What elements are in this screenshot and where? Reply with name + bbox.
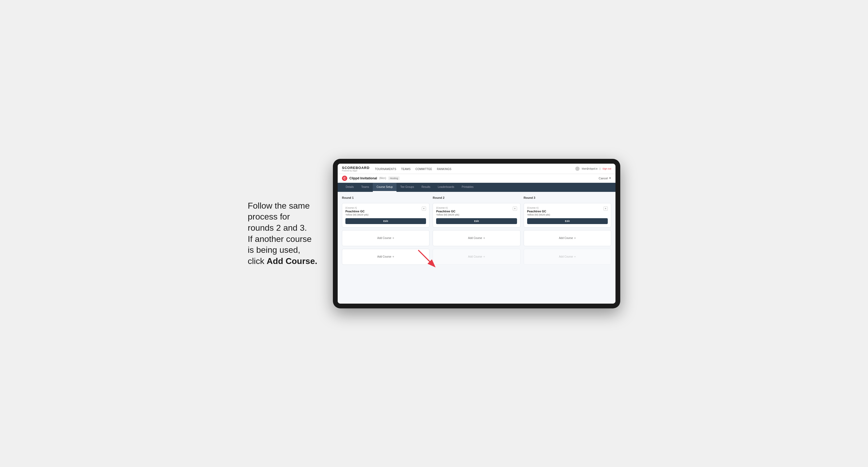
round-2-title: Round 2 [433,196,520,199]
course-details-r1: Yellow (M) (6629 yds) [345,213,369,216]
add-icon-r2-1: + [483,236,485,240]
add-course-r3-slot1-text: Add Course + [559,236,576,240]
add-course-r1-slot1-text: Add Course + [377,236,394,240]
round-1-course-card-1: (Course A) Peachtree GC Yellow (M) (6629… [342,203,430,227]
edit-course-r1-button[interactable]: Edit [345,218,426,224]
instruction-bold: Add Course. [267,256,317,266]
course-card-info-r2: (Course A) Peachtree GC Yellow (M) (6629… [436,207,459,218]
add-course-r2-slot2-text: Add Course + [468,255,485,259]
tab-leaderboards[interactable]: Leaderboards [434,183,458,192]
edit-course-r3-button[interactable]: Edit [527,218,608,224]
add-course-r2-slot1[interactable]: Add Course + [433,230,520,246]
course-label-r2: (Course A) [436,207,459,209]
tournament-gender: (Men) [379,177,386,180]
add-course-r3-slot2-text: Add Course + [559,255,576,259]
nav-item-tournaments[interactable]: TOURNAMENTS [375,166,396,171]
instruction-panel: Follow the sameprocess forrounds 2 and 3… [248,200,322,267]
course-details-r2: Yellow (M) (6629 yds) [436,213,459,216]
cancel-button[interactable]: Cancel ✕ [599,177,611,180]
delete-course-r3-button[interactable]: ✕ [603,207,608,211]
clippd-logo: C [342,176,347,181]
nav-user: blair@clippd.io | Sign out [575,166,611,171]
add-course-r2-slot2[interactable]: Add Course + [433,249,520,265]
brand-name: SCOREBOARD [342,166,370,170]
tab-details[interactable]: Details [342,183,358,192]
tab-results[interactable]: Results [418,183,434,192]
add-icon-r3-1: + [574,236,576,240]
tab-teams[interactable]: Teams [358,183,373,192]
nav-link-rankings[interactable]: RANKINGS [437,168,452,170]
round-3-column: Round 3 (Course A) Peachtree GC Yellow (… [524,196,611,265]
nav-item-committee[interactable]: COMMITTEE [415,166,432,171]
main-nav: TOURNAMENTS TEAMS COMMITTEE RANKINGS [375,166,452,171]
tablet-device: SCOREBOARD Powered by clippd TOURNAMENTS… [333,159,620,308]
tournament-name: Clippd Invitational [349,177,377,180]
add-icon-r1-1: + [393,236,394,240]
edit-course-r2-button[interactable]: Edit [436,218,517,224]
sign-out-link[interactable]: Sign out [602,167,611,170]
tab-course-setup[interactable]: Course Setup [373,183,397,192]
tab-tee-groups[interactable]: Tee Groups [397,183,418,192]
course-card-header-r2: (Course A) Peachtree GC Yellow (M) (6629… [436,207,517,218]
course-name-r3: Peachtree GC [527,210,550,213]
nav-link-tournaments[interactable]: TOURNAMENTS [375,168,396,170]
main-content: Round 1 (Course A) Peachtree GC Yellow (… [338,192,616,304]
nav-link-committee[interactable]: COMMITTEE [415,168,432,170]
tablet-screen: SCOREBOARD Powered by clippd TOURNAMENTS… [338,164,616,304]
add-course-r3-slot1[interactable]: Add Course + [524,230,611,246]
nav-item-teams[interactable]: TEAMS [401,166,411,171]
course-card-header: (Course A) Peachtree GC Yellow (M) (6629… [345,207,426,218]
brand-tagline: Powered by clippd [342,170,370,172]
tab-bar: Details Teams Course Setup Tee Groups Re… [338,183,616,192]
course-card-info: (Course A) Peachtree GC Yellow (M) (6629… [345,207,369,218]
course-label-r3: (Course A) [527,207,550,209]
add-icon-r2-2: + [483,255,485,259]
delete-course-r2-button[interactable]: ✕ [513,207,517,211]
sub-header: C Clippd Invitational (Men) Hosting Canc… [338,174,616,183]
nav-item-rankings[interactable]: RANKINGS [437,166,452,171]
rounds-grid: Round 1 (Course A) Peachtree GC Yellow (… [342,196,611,265]
add-course-r2-slot1-text: Add Course + [468,236,485,240]
hosting-badge: Hosting [388,177,400,180]
round-3-title: Round 3 [524,196,611,199]
user-email: blair@clippd.io [582,167,597,170]
course-label-r1: (Course A) [345,207,369,209]
course-details-r3: Yellow (M) (6629 yds) [527,213,550,216]
top-nav: SCOREBOARD Powered by clippd TOURNAMENTS… [338,164,616,174]
add-course-r1-slot1[interactable]: Add Course + [342,230,430,246]
round-1-title: Round 1 [342,196,430,199]
course-card-header-r3: (Course A) Peachtree GC Yellow (M) (6629… [527,207,608,218]
add-course-r3-slot2[interactable]: Add Course + [524,249,611,265]
add-course-r1-slot2-text: Add Course + [377,255,394,259]
brand-section: SCOREBOARD Powered by clippd TOURNAMENTS… [342,166,452,172]
round-2-column: Round 2 (Course A) Peachtree GC Yellow (… [433,196,520,265]
brand-logo: SCOREBOARD Powered by clippd [342,166,370,172]
round-2-course-card-1: (Course A) Peachtree GC Yellow (M) (6629… [433,203,520,227]
course-card-info-r3: (Course A) Peachtree GC Yellow (M) (6629… [527,207,550,218]
add-icon-r1-2: + [393,255,394,259]
user-avatar [575,166,580,171]
delete-course-r1-button[interactable]: ✕ [422,207,426,211]
round-1-column: Round 1 (Course A) Peachtree GC Yellow (… [342,196,430,265]
course-name-r2: Peachtree GC [436,210,459,213]
round-3-course-card-1: (Course A) Peachtree GC Yellow (M) (6629… [524,203,611,227]
nav-links: TOURNAMENTS TEAMS COMMITTEE RANKINGS [375,166,452,171]
tab-printables[interactable]: Printables [458,183,477,192]
page-wrapper: Follow the sameprocess forrounds 2 and 3… [248,159,620,308]
course-name-r1: Peachtree GC [345,210,369,213]
add-course-r1-slot2[interactable]: Add Course + [342,249,430,265]
nav-separator: | [600,167,600,170]
nav-link-teams[interactable]: TEAMS [401,168,411,170]
instruction-line1: Follow the sameprocess forrounds 2 and 3… [248,200,322,267]
sub-header-left: C Clippd Invitational (Men) Hosting [342,176,400,181]
add-icon-r3-2: + [574,255,576,259]
